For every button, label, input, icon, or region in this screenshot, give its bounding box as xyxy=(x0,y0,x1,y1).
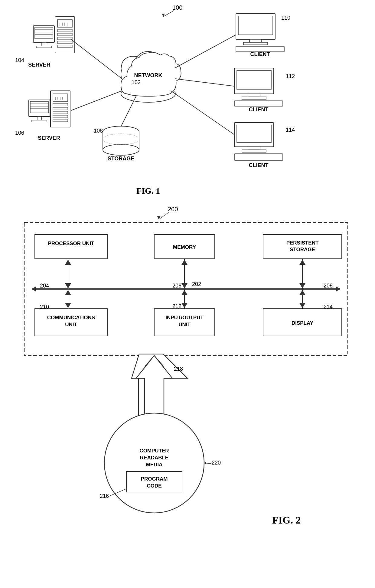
network-ref: 102 xyxy=(132,79,141,85)
svg-rect-23 xyxy=(57,45,72,48)
ref-220: 220 xyxy=(212,460,221,466)
server1-label: SERVER xyxy=(28,62,51,68)
client1-icon xyxy=(236,14,284,52)
svg-rect-15 xyxy=(42,42,46,46)
svg-rect-55 xyxy=(249,39,262,42)
network-label: NETWORK xyxy=(134,72,162,78)
svg-line-74 xyxy=(159,212,169,219)
ref-206: 206 xyxy=(172,283,181,289)
io-label: INPUT/OUTPUT xyxy=(165,315,204,320)
svg-line-72 xyxy=(175,79,234,86)
program-box xyxy=(126,471,182,492)
svg-rect-60 xyxy=(248,94,260,97)
svg-rect-64 xyxy=(237,125,271,143)
svg-line-0 xyxy=(163,11,174,17)
processor-label: PROCESSOR UNIT xyxy=(48,241,94,246)
memory-label: MEMORY xyxy=(173,244,196,250)
client3-ref: 114 xyxy=(286,127,295,133)
server1-ref: 104 xyxy=(15,57,24,63)
svg-rect-66 xyxy=(242,150,266,152)
program-text2: CODE xyxy=(147,483,161,489)
ref-204: 204 xyxy=(40,283,49,289)
server2-icon xyxy=(29,91,70,127)
client2-icon xyxy=(234,68,283,106)
media-text1: COMPUTER xyxy=(139,448,169,454)
svg-line-73 xyxy=(171,91,234,135)
storage-label: STORAGE xyxy=(108,156,135,162)
svg-rect-62 xyxy=(234,101,283,106)
svg-rect-22 xyxy=(57,41,72,44)
svg-line-69 xyxy=(71,91,122,110)
svg-marker-75 xyxy=(157,216,160,219)
svg-line-70 xyxy=(121,96,136,126)
client1-ref: 110 xyxy=(281,15,290,21)
svg-rect-41 xyxy=(53,115,68,118)
persistent-storage-label2: STORAGE xyxy=(290,247,315,252)
svg-rect-35 xyxy=(32,120,47,122)
ref-100: 100 xyxy=(172,4,182,11)
ref-214: 214 xyxy=(324,304,333,310)
svg-rect-21 xyxy=(57,37,72,40)
fig1-diagram: 100 NETWORK 102 xyxy=(0,0,375,206)
server2-label: SERVER xyxy=(38,135,60,141)
program-text1: PROGRAM xyxy=(141,476,168,482)
fig2-diagram: 200 202 PROCESSOR UNIT MEMORY PERSISTENT… xyxy=(0,200,375,587)
bus-ref: 202 xyxy=(192,281,201,287)
svg-rect-65 xyxy=(248,147,260,150)
svg-rect-61 xyxy=(242,97,266,99)
svg-rect-40 xyxy=(53,111,68,114)
ref-200: 200 xyxy=(168,206,178,212)
ref-212: 212 xyxy=(172,303,181,309)
svg-rect-38 xyxy=(53,103,68,106)
ref-210: 210 xyxy=(40,304,49,310)
storage-icon xyxy=(103,126,139,155)
fig1-title: FIG. 1 xyxy=(136,186,160,195)
processor-box xyxy=(35,235,107,259)
svg-rect-59 xyxy=(237,71,271,89)
server1-icon xyxy=(33,17,75,53)
svg-rect-39 xyxy=(53,107,68,110)
svg-line-68 xyxy=(71,39,122,79)
persistent-storage-label: PERSISTENT xyxy=(286,240,319,246)
client2-ref: 112 xyxy=(286,73,295,79)
svg-line-71 xyxy=(175,35,236,68)
io-label2: UNIT xyxy=(178,322,191,327)
ref-208: 208 xyxy=(324,283,333,289)
storage-ref: 108 xyxy=(94,128,103,134)
svg-rect-54 xyxy=(238,16,273,35)
svg-rect-42 xyxy=(53,119,68,122)
comms-label: COMMUNICATIONS xyxy=(47,315,95,320)
svg-rect-19 xyxy=(57,29,72,32)
media-text3: MEDIA xyxy=(146,462,163,468)
ref-218: 218 xyxy=(174,366,183,372)
svg-rect-34 xyxy=(37,117,41,120)
svg-rect-67 xyxy=(234,154,283,160)
client2-label: CLIENT xyxy=(249,107,269,113)
comms-label2: UNIT xyxy=(65,322,77,327)
svg-point-51 xyxy=(103,144,139,155)
svg-rect-56 xyxy=(243,42,268,45)
ref-216: 216 xyxy=(100,493,109,499)
display-label: DISPLAY xyxy=(292,320,314,326)
client3-icon xyxy=(234,123,283,160)
svg-rect-20 xyxy=(57,33,72,36)
client3-label: CLIENT xyxy=(249,162,269,168)
fig2-title: FIG. 2 xyxy=(272,514,301,526)
svg-rect-16 xyxy=(36,46,51,48)
client1-label: CLIENT xyxy=(250,51,270,57)
media-text2: READABLE xyxy=(140,455,168,461)
server2-ref: 106 xyxy=(15,130,24,136)
